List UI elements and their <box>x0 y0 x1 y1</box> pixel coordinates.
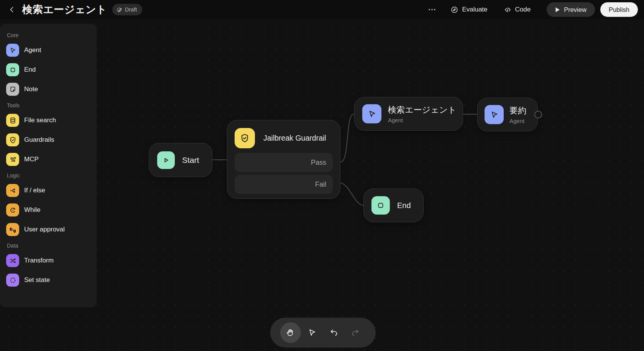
search-agent-icon-chip <box>362 104 381 123</box>
code-label: Code <box>515 6 531 13</box>
section-label-tools: Tools <box>7 102 90 108</box>
summary-agent-title: 要約 <box>509 105 526 116</box>
sidebar-item-label: Note <box>24 85 38 93</box>
code-icon <box>504 6 512 14</box>
node-summary-agent[interactable]: 要約 Agent <box>477 98 538 131</box>
search-agent-text: 検索エージェント Agent <box>388 104 457 123</box>
loop-icon <box>9 206 17 214</box>
edge-pass-to-search-agent[interactable] <box>340 114 354 162</box>
fail-output-label: Fail <box>315 180 326 189</box>
sidebar-item-note[interactable]: Note <box>6 83 90 96</box>
node-end[interactable]: End <box>363 189 424 222</box>
dashed-circle-icon <box>9 276 17 284</box>
set-state-chip <box>6 274 19 287</box>
sidebar-item-mcp[interactable]: MCP <box>6 153 90 166</box>
node-jailbreak-guardrail[interactable]: Jailbreak Guardrail Pass Fail <box>227 120 340 199</box>
edge-fail-to-end[interactable] <box>340 183 363 205</box>
summary-agent-subtitle: Agent <box>509 118 526 124</box>
pass-output-label: Pass <box>311 159 326 167</box>
while-chip <box>6 203 19 217</box>
evaluate-label: Evaluate <box>462 6 487 13</box>
redo-button[interactable] <box>345 322 366 343</box>
section-label-core: Core <box>7 32 90 38</box>
pan-tool-button[interactable] <box>280 322 301 343</box>
thumbs-icon <box>9 226 17 234</box>
guardrail-node-title: Jailbreak Guardrail <box>263 134 326 143</box>
ellipsis-icon <box>428 8 436 11</box>
mcp-chip <box>6 153 19 166</box>
sidebar-item-label: End <box>24 66 36 74</box>
canvas-toolbar <box>270 318 376 348</box>
guardrail-node-icon-chip <box>235 128 255 148</box>
database-icon <box>9 116 17 125</box>
note-chip <box>6 83 19 96</box>
sidebar-item-set-state[interactable]: Set state <box>6 274 90 287</box>
back-button[interactable] <box>5 3 18 16</box>
sidebar-item-transform[interactable]: Transform <box>6 254 90 267</box>
shield-check-icon <box>240 133 250 143</box>
agent-chip <box>6 44 19 57</box>
summary-agent-text: 要約 Agent <box>509 105 526 124</box>
draft-pencil-icon <box>117 7 122 13</box>
sidebar-item-label: Transform <box>24 257 54 264</box>
summary-agent-icon-chip <box>485 105 504 124</box>
node-search-agent[interactable]: 検索エージェント Agent <box>354 97 463 131</box>
node-start[interactable]: Start <box>149 143 212 177</box>
sidebar-item-agent[interactable]: Agent <box>6 44 90 57</box>
flow-canvas[interactable]: Start Jailbreak Guardrail Pass Fail <box>0 19 644 351</box>
undo-button[interactable] <box>324 322 344 343</box>
sidebar-item-while[interactable]: While <box>6 203 90 217</box>
sidebar-item-user-approval[interactable]: User approval <box>6 223 90 236</box>
sidebar-item-guardrails[interactable]: Guardrails <box>6 133 90 146</box>
status-badge-label: Draft <box>125 7 137 13</box>
guardrail-output-fail[interactable]: Fail <box>235 175 333 194</box>
publish-button[interactable]: Publish <box>600 2 638 17</box>
hand-icon <box>286 328 296 338</box>
shield-check-icon <box>9 136 17 144</box>
end-chip <box>6 63 19 76</box>
preview-button[interactable]: Preview <box>547 2 595 17</box>
if-else-chip <box>6 184 19 197</box>
search-agent-title: 検索エージェント <box>388 104 457 116</box>
play-icon <box>555 7 560 13</box>
start-node-label: Start <box>182 156 199 165</box>
end-square-icon <box>9 66 17 74</box>
agent-pointer-icon <box>490 110 499 120</box>
search-agent-subtitle: Agent <box>388 117 457 123</box>
undo-icon <box>329 328 339 338</box>
sidebar-item-label: Guardrails <box>24 136 54 144</box>
select-tool-button[interactable] <box>302 322 322 343</box>
compass-icon <box>450 6 458 14</box>
play-outline-icon <box>161 156 171 165</box>
top-bar: 検索エージェント Draft Evaluate Code <box>0 0 644 19</box>
sidebar-item-label: While <box>24 206 41 214</box>
chevron-left-icon <box>8 6 16 13</box>
sidebar-item-label: User approval <box>24 226 65 233</box>
sidebar-item-file-search[interactable]: File search <box>6 114 90 127</box>
cursor-icon <box>307 328 317 338</box>
sidebar-item-label: Set state <box>24 276 50 284</box>
end-node-icon-chip <box>371 196 390 215</box>
sidebar-item-label: If / else <box>24 187 45 194</box>
code-button[interactable]: Code <box>504 6 531 14</box>
redo-icon <box>350 328 360 338</box>
summary-agent-output-port[interactable] <box>534 111 542 118</box>
guardrail-header: Jailbreak Guardrail <box>235 128 333 148</box>
evaluate-button[interactable]: Evaluate <box>450 6 487 14</box>
sidebar-item-label: Agent <box>24 46 41 54</box>
branch-icon <box>9 187 17 195</box>
sidebar-item-if-else[interactable]: If / else <box>6 184 90 197</box>
sidebar-item-end[interactable]: End <box>6 63 90 76</box>
more-options-button[interactable] <box>424 6 440 13</box>
shuffle-icon <box>9 257 17 265</box>
status-badge: Draft <box>112 4 142 15</box>
file-search-chip <box>6 114 19 127</box>
block-palette-sidebar: Core Agent End Note Tools <box>0 24 97 307</box>
section-label-data: Data <box>7 243 90 249</box>
sidebar-item-label: File search <box>24 116 56 124</box>
agent-pointer-icon <box>367 109 377 119</box>
guardrails-chip <box>6 133 19 146</box>
end-square-icon <box>376 201 385 210</box>
guardrail-output-pass[interactable]: Pass <box>235 153 333 172</box>
agent-pointer-icon <box>9 46 17 54</box>
